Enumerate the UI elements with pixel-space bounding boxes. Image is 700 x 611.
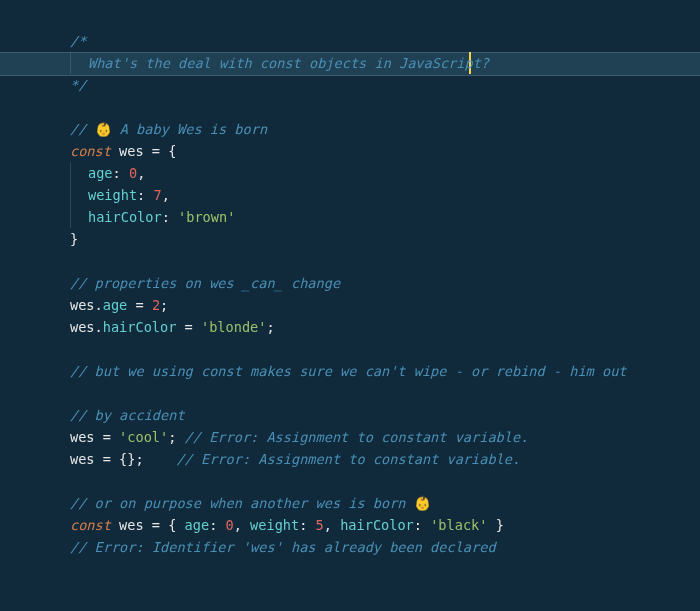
code-line: wes = {}; // Error: Assignment to consta… bbox=[70, 448, 690, 470]
code-line: What's the deal with const objects in Ja… bbox=[70, 52, 690, 74]
code-line: age: 0, bbox=[70, 162, 690, 184]
code-line: hairColor: 'brown' bbox=[70, 206, 690, 228]
code-line: weight: 7, bbox=[70, 184, 690, 206]
code-line: /* bbox=[70, 30, 690, 52]
code-lines: /*What's the deal with const objects in … bbox=[70, 30, 690, 558]
code-line: const wes = { age: 0, weight: 5, hairCol… bbox=[70, 514, 690, 536]
code-line: wes.age = 2; bbox=[70, 294, 690, 316]
code-line bbox=[70, 382, 690, 404]
code-line: const wes = { bbox=[70, 140, 690, 162]
code-editor[interactable]: /*What's the deal with const objects in … bbox=[0, 0, 700, 611]
code-line bbox=[70, 470, 690, 492]
code-line: */ bbox=[70, 74, 690, 96]
code-line: } bbox=[70, 228, 690, 250]
code-line: // properties on wes _can_ change bbox=[70, 272, 690, 294]
code-line bbox=[70, 338, 690, 360]
code-line: // by accident bbox=[70, 404, 690, 426]
code-line: // 👶 A baby Wes is born bbox=[70, 118, 690, 140]
code-line: // Error: Identifier 'wes' has already b… bbox=[70, 536, 690, 558]
code-line bbox=[70, 250, 690, 272]
code-line bbox=[70, 96, 690, 118]
code-line: wes = 'cool'; // Error: Assignment to co… bbox=[70, 426, 690, 448]
code-line: wes.hairColor = 'blonde'; bbox=[70, 316, 690, 338]
code-line: // or on purpose when another wes is bor… bbox=[70, 492, 690, 514]
code-line: // but we using const makes sure we can'… bbox=[70, 360, 690, 382]
